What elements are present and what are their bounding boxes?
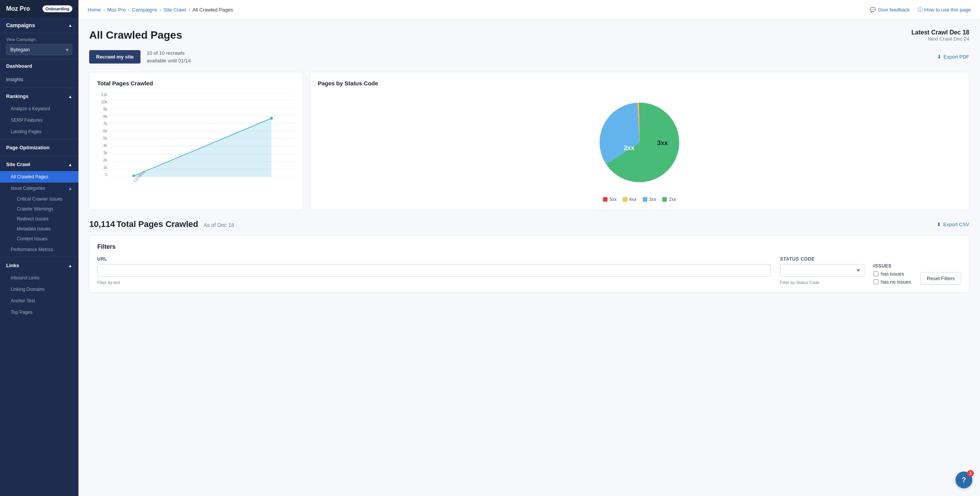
total-pages-label: Total Pages Crawled bbox=[116, 219, 198, 229]
sidebar-item-page-optimization[interactable]: Page Optimization bbox=[0, 141, 78, 154]
main-content: Home › Moz Pro › Campaigns › Site Crawl … bbox=[78, 0, 980, 496]
pie-chart-card: Pages by Status Code bbox=[310, 72, 969, 210]
sidebar-item-dashboard[interactable]: Dashboard bbox=[0, 59, 78, 73]
has-issues-label: has issues bbox=[881, 271, 904, 277]
sidebar-item-inbound-links[interactable]: Inbound Links bbox=[0, 272, 78, 284]
sidebar-item-performance-metrics[interactable]: Performance Metrics bbox=[0, 244, 78, 255]
filters-row: URL Filter by text Status Code 2xx 3xx 4… bbox=[97, 256, 961, 285]
recrawl-left: Recrawl my site 10 of 10 recrawls availa… bbox=[89, 49, 191, 64]
reset-filters-button[interactable]: Reset Filters bbox=[920, 272, 961, 285]
total-pages-count: 10,114 bbox=[89, 219, 115, 229]
campaigns-section[interactable]: Campaigns ▲ bbox=[0, 18, 78, 33]
issues-filter-label: Issues bbox=[874, 263, 911, 269]
sidebar-item-content-issues[interactable]: Content Issues bbox=[0, 234, 78, 244]
has-issues-checkbox-row[interactable]: has issues bbox=[874, 271, 911, 277]
sidebar-item-insights[interactable]: Insights bbox=[0, 73, 78, 86]
export-csv-button[interactable]: ⬇ Export CSV bbox=[937, 222, 969, 227]
recrawl-info: 10 of 10 recrawls available until 01/14 bbox=[147, 49, 191, 64]
how-to-button[interactable]: ⓘ How to use this page bbox=[918, 7, 971, 13]
has-issues-checkbox[interactable] bbox=[874, 271, 879, 276]
svg-point-15 bbox=[132, 175, 135, 177]
url-filter-group: URL Filter by text bbox=[97, 256, 771, 285]
sidebar-item-crawler-warnings[interactable]: Crawler Warnings bbox=[0, 204, 78, 214]
svg-text:3xx: 3xx bbox=[657, 139, 668, 147]
charts-row: Total Pages Crawled 0 1k 2k 3k 4k 5k 6k … bbox=[89, 72, 969, 210]
legend-dot-3xx bbox=[643, 197, 647, 202]
breadcrumb-home[interactable]: Home bbox=[88, 7, 101, 13]
view-campaign-section: View Campaign: Bytegain bbox=[0, 33, 78, 59]
recrawl-row: Recrawl my site 10 of 10 recrawls availa… bbox=[89, 49, 969, 64]
top-bar-actions: 💬 Give feedback ⓘ How to use this page bbox=[870, 7, 971, 13]
status-code-filter-group: Status Code 2xx 3xx 4xx 5xx Filter by St… bbox=[780, 256, 864, 285]
rankings-chevron-icon: ▲ bbox=[68, 94, 72, 99]
pie-container: 2xx 3xx 5xx 4xx bbox=[318, 93, 961, 202]
page-title-row: All Crawled Pages Latest Crawl Dec 18 Ne… bbox=[89, 29, 969, 42]
filters-title: Filters bbox=[97, 243, 961, 250]
legend-dot-5xx bbox=[603, 197, 608, 202]
campaign-select[interactable]: Bytegain bbox=[6, 44, 72, 55]
campaigns-label: Campaigns bbox=[6, 22, 35, 28]
issue-categories-chevron-icon: ▲ bbox=[68, 186, 72, 191]
site-crawl-chevron-icon: ▲ bbox=[68, 162, 72, 167]
sidebar-item-issue-categories[interactable]: Issue Categories ▲ bbox=[0, 183, 78, 194]
sidebar-item-all-crawled-pages[interactable]: All Crawled Pages bbox=[0, 171, 78, 183]
sidebar-item-critical-crawler-issues[interactable]: Critical Crawler Issues bbox=[0, 194, 78, 204]
y-axis-labels: 0 1k 2k 3k 4k 5k 6k 7k 8k 9k 10k 11k bbox=[97, 93, 109, 177]
sidebar-item-top-pages[interactable]: Top Pages bbox=[0, 307, 78, 318]
help-badge[interactable]: 3 ? bbox=[956, 472, 972, 488]
campaigns-chevron-icon: ▲ bbox=[68, 23, 72, 28]
recrawl-button[interactable]: Recrawl my site bbox=[89, 50, 140, 64]
onboarding-badge[interactable]: Onboarding bbox=[42, 5, 72, 12]
sidebar-header: Moz Pro Onboarding bbox=[0, 0, 78, 18]
line-chart-plot: 12/18/24 bbox=[109, 93, 296, 185]
status-code-hint: Filter by Status Code bbox=[780, 280, 864, 285]
content-area: All Crawled Pages Latest Crawl Dec 18 Ne… bbox=[78, 20, 980, 496]
legend-dot-4xx bbox=[623, 197, 627, 202]
crawl-dates: Latest Crawl Dec 18 Next Crawl Dec 24 bbox=[911, 29, 969, 42]
export-pdf-button[interactable]: ⬇ Export PDF bbox=[937, 54, 969, 60]
sidebar-item-linking-domains[interactable]: Linking Domains bbox=[0, 284, 78, 295]
breadcrumb: Home › Moz Pro › Campaigns › Site Crawl … bbox=[88, 7, 233, 13]
sidebar-item-links[interactable]: Links ▲ bbox=[0, 259, 78, 272]
sidebar-item-analyze-keyword[interactable]: Analyze a Keyword bbox=[0, 103, 78, 114]
sidebar-item-site-crawl[interactable]: Site Crawl ▲ bbox=[0, 158, 78, 171]
breadcrumb-moz-pro[interactable]: Moz Pro bbox=[107, 7, 126, 13]
sidebar-item-landing-pages[interactable]: Landing Pages bbox=[0, 126, 78, 137]
status-code-select[interactable]: 2xx 3xx 4xx 5xx bbox=[780, 264, 864, 277]
total-pages-date: As of Dec 18 bbox=[204, 222, 234, 228]
sidebar-item-anchor-text[interactable]: Anchor Text bbox=[0, 295, 78, 307]
url-filter-hint: Filter by text bbox=[97, 280, 771, 285]
pie-legend: 5xx 4xx 3xx 2xx bbox=[603, 197, 676, 202]
filters-section: Filters URL Filter by text Status Code 2… bbox=[89, 235, 969, 293]
view-campaign-label: View Campaign: bbox=[6, 37, 72, 42]
sidebar-item-rankings[interactable]: Rankings ▲ bbox=[0, 90, 78, 103]
has-no-issues-checkbox[interactable] bbox=[874, 279, 879, 284]
give-feedback-button[interactable]: 💬 Give feedback bbox=[870, 7, 910, 13]
breadcrumb-site-crawl[interactable]: Site Crawl bbox=[163, 7, 186, 13]
svg-text:2xx: 2xx bbox=[624, 144, 635, 152]
legend-dot-2xx bbox=[662, 197, 667, 202]
page-title: All Crawled Pages bbox=[89, 29, 182, 41]
breadcrumb-campaigns[interactable]: Campaigns bbox=[132, 7, 157, 13]
legend-2xx: 2xx bbox=[662, 197, 676, 202]
legend-5xx: 5xx bbox=[603, 197, 617, 202]
total-pages-heading: 10,114 Total Pages Crawled As of Dec 18 bbox=[89, 219, 234, 229]
sidebar-item-serp-features[interactable]: SERP Features bbox=[0, 114, 78, 126]
total-pages-row: 10,114 Total Pages Crawled As of Dec 18 … bbox=[89, 219, 969, 229]
sidebar-item-metadata-issues[interactable]: Metadata Issues bbox=[0, 224, 78, 234]
help-icon: ? bbox=[962, 476, 966, 484]
links-chevron-icon: ▲ bbox=[68, 263, 72, 268]
sidebar-item-redirect-issues[interactable]: Redirect Issues bbox=[0, 214, 78, 224]
sidebar: Moz Pro Onboarding Campaigns ▲ View Camp… bbox=[0, 0, 78, 496]
next-crawl-date: Next Crawl Dec 24 bbox=[911, 36, 969, 42]
has-no-issues-label: has no issues bbox=[881, 279, 911, 285]
svg-point-14 bbox=[270, 117, 273, 120]
issues-filter-group: Issues has issues has no issues bbox=[874, 263, 911, 285]
download-csv-icon: ⬇ bbox=[937, 222, 941, 227]
has-no-issues-checkbox-row[interactable]: has no issues bbox=[874, 279, 911, 285]
url-filter-input[interactable] bbox=[97, 264, 771, 277]
url-filter-label: URL bbox=[97, 256, 771, 262]
breadcrumb-current: All Crawled Pages bbox=[192, 7, 233, 13]
legend-4xx: 4xx bbox=[623, 197, 637, 202]
top-bar: Home › Moz Pro › Campaigns › Site Crawl … bbox=[78, 0, 980, 20]
